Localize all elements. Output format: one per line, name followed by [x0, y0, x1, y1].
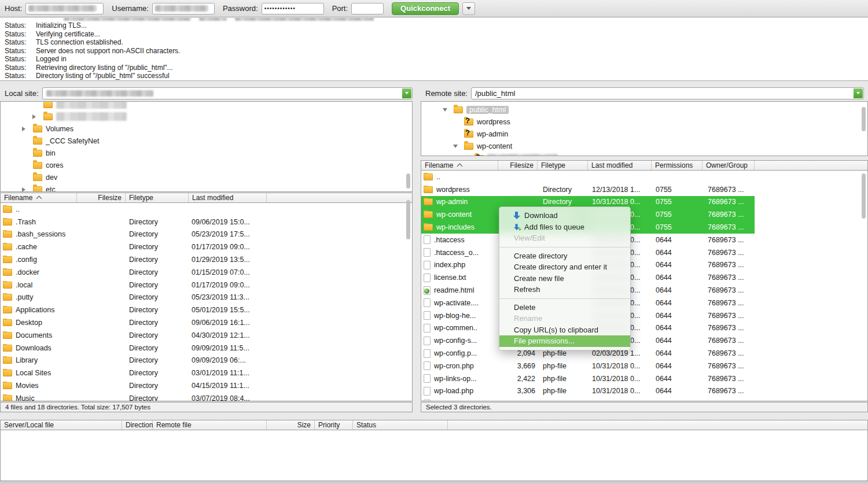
menu-item-create-directory[interactable]: Create directory: [499, 250, 630, 262]
local-file-row-cache[interactable]: .cacheDirectory01/17/2019 09:0...: [1, 241, 412, 253]
menu-item-delete[interactable]: Delete: [499, 302, 630, 313]
remote-file-row-[interactable]: ..: [421, 171, 867, 183]
remote-file-row-wp-content[interactable]: wp-contentDirectory10/31/2018 0...075576…: [421, 208, 867, 221]
column-header-server-local-file[interactable]: Server/Local file: [1, 420, 122, 430]
redacted-log-text: [235, 18, 374, 21]
local-file-row-docker[interactable]: .dockerDirectory01/15/2019 07:0...: [1, 266, 412, 279]
tree-expander-icon[interactable]: [20, 127, 33, 131]
remote-file-row-wp-load-php[interactable]: wp-load.php3,306php-file10/31/2018 0...0…: [421, 385, 867, 398]
menu-item-add-files-to-queue[interactable]: + Add files to queue: [499, 221, 630, 233]
remote-file-row-htaccess[interactable]: .htaccess10/31/2018 0...06447689673 ...: [421, 234, 867, 246]
column-header-remote-file[interactable]: Remote file: [153, 420, 267, 430]
remote-file-row-wp-blog-he[interactable]: wp-blog-he...10/31/2018 0...06447689673 …: [421, 309, 867, 322]
tree-item-public-html[interactable]: public_html: [421, 104, 867, 116]
column-header-filename[interactable]: Filename: [421, 161, 498, 170]
remote-list-scrollbar[interactable]: [862, 173, 866, 219]
local-file-row-trash[interactable]: .TrashDirectory09/06/2019 15:0...: [1, 216, 412, 228]
tree-item[interactable]: [1, 110, 412, 123]
tree-item-wordpress[interactable]: ? wordpress: [421, 116, 867, 128]
local-list-scrollbar[interactable]: [406, 200, 410, 239]
tree-expander-icon[interactable]: [20, 187, 33, 192]
menu-item-create-directory-and-enter-it[interactable]: Create directory and enter it: [499, 261, 630, 273]
column-header-last-modified[interactable]: Last modified: [588, 161, 652, 170]
quickconnect-dropdown-button[interactable]: [462, 2, 475, 15]
column-header-status[interactable]: Status: [353, 420, 448, 430]
menu-item-file-permissions[interactable]: File permissions...: [499, 335, 630, 347]
remote-file-row-wp-activate[interactable]: wp-activate....10/31/2018 0...0644768967…: [421, 297, 867, 309]
tree-item-wp-admin[interactable]: ? wp-admin: [421, 128, 867, 140]
tree-expander-icon[interactable]: [451, 145, 464, 148]
remote-file-row-wp-commen[interactable]: wp-commen..10/31/2018 0...06447689673 ..…: [421, 322, 867, 335]
remote-file-row-wp-links-op[interactable]: wp-links-op...2,422php-file10/31/2018 0.…: [421, 372, 867, 385]
local-file-row-applications[interactable]: ApplicationsDirectory05/01/2019 15:5...: [1, 304, 412, 316]
column-header-direction[interactable]: Direction: [122, 420, 153, 430]
remote-site-dropdown-icon[interactable]: [854, 88, 863, 98]
menu-item-copy-url-s-to-clipboard[interactable]: Copy URL(s) to clipboard: [499, 324, 630, 336]
column-header-permissions[interactable]: Permissions: [652, 161, 703, 170]
remote-file-row-wp-includes[interactable]: wp-includesDirectory10/31/2018 0...07557…: [421, 221, 867, 234]
tree-item-volumes[interactable]: Volumes: [1, 123, 412, 135]
local-file-row-library[interactable]: LibraryDirectory09/09/2019 06:...: [1, 354, 412, 367]
remote-file-row-index-php[interactable]: index.php10/31/2018 0...06447689673 ...: [421, 259, 867, 272]
menu-item-label: Create new file: [514, 274, 564, 283]
tree-expander-icon[interactable]: [441, 108, 454, 112]
remote-file-row-htaccess-o[interactable]: .htaccess_o...10/31/2018 0...06447689673…: [421, 246, 867, 259]
remote-file-row-readme-html[interactable]: readme.html10/31/2018 0...06447689673 ..…: [421, 284, 867, 297]
cell: Directory: [126, 382, 189, 390]
tree-item-dev[interactable]: dev: [1, 171, 412, 183]
menu-item-create-new-file[interactable]: Create new file: [499, 273, 630, 285]
local-file-row-documents[interactable]: DocumentsDirectory04/30/2019 12:1...: [1, 329, 412, 342]
remote-tree-scrollbar[interactable]: [862, 107, 866, 131]
column-header-last-modified[interactable]: Last modified: [189, 193, 267, 202]
cell: 0644: [652, 261, 703, 269]
column-header-filetype[interactable]: Filetype: [538, 161, 588, 170]
menu-item-download[interactable]: Download: [499, 210, 630, 221]
local-file-row-local[interactable]: .localDirectory01/17/2019 09:0...: [1, 279, 412, 291]
column-header-filename[interactable]: Filename: [1, 193, 77, 202]
local-file-row-movies[interactable]: MoviesDirectory04/15/2019 11:1...: [1, 379, 412, 392]
remote-file-row-wp-config-p[interactable]: wp-config.p...2,094php-file02/03/2019 1.…: [421, 347, 867, 360]
cell: 09/09/2019 11:5...: [189, 344, 304, 352]
remote-file-row-wp-admin[interactable]: wp-adminDirectory10/31/2018 0...07557689…: [421, 196, 867, 209]
column-header-size[interactable]: Size: [267, 420, 315, 430]
quickconnect-button[interactable]: Quickconnect: [392, 2, 459, 15]
remote-file-row-wordpress[interactable]: wordpressDirectory12/13/2018 1...0755768…: [421, 183, 867, 196]
column-header-owner-group[interactable]: Owner/Group: [703, 161, 755, 170]
remote-file-row-wp-cron-php[interactable]: wp-cron.php3,669php-file10/31/2018 0...0…: [421, 360, 867, 372]
local-file-row-[interactable]: ..: [1, 203, 412, 216]
column-header-priority[interactable]: Priority: [315, 420, 353, 430]
port-input[interactable]: [351, 3, 384, 14]
local-file-row-config[interactable]: .configDirectory01/29/2019 13:5...: [1, 253, 412, 266]
local-tree-scrollbar[interactable]: [406, 173, 410, 189]
menu-item-refresh[interactable]: Refresh: [499, 284, 630, 295]
remote-site-combobox[interactable]: /public_html: [471, 87, 864, 99]
password-input[interactable]: ••••••••••••: [262, 3, 324, 14]
tree-item[interactable]: [1, 101, 412, 110]
tree-item-wp-content[interactable]: wp-content: [421, 140, 867, 152]
tree-item-ccc-safetynet[interactable]: _CCC SafetyNet: [1, 135, 412, 147]
local-site-combobox[interactable]: [42, 87, 413, 99]
host-input[interactable]: [25, 3, 104, 14]
username-input[interactable]: [152, 3, 215, 14]
tree-item-cores[interactable]: cores: [1, 159, 412, 171]
tree-item-bin[interactable]: bin: [1, 147, 412, 159]
local-file-row-music[interactable]: MusicDirectory03/07/2019 08:4...: [1, 392, 412, 401]
cell: 0644: [652, 312, 703, 320]
local-file-row-desktop[interactable]: DesktopDirectory09/06/2019 16:1...: [1, 316, 412, 329]
column-header-filesize[interactable]: Filesize: [498, 161, 538, 170]
tree-item-etc[interactable]: etc: [1, 183, 412, 192]
remote-file-row-license-txt[interactable]: license.txt10/31/2018 0...06447689673 ..…: [421, 271, 867, 284]
tree-item[interactable]: ?: [421, 152, 867, 156]
cell: 0644: [652, 387, 703, 395]
tree-expander-icon[interactable]: [31, 114, 43, 119]
local-file-row-local-sites[interactable]: Local SitesDirectory03/01/2019 11:1...: [1, 367, 412, 379]
column-header-filetype[interactable]: Filetype: [126, 193, 189, 202]
remote-file-row-wp-config-s[interactable]: wp-config-s...10/31/2018 0...06447689673…: [421, 334, 867, 347]
cell: 0644: [652, 286, 703, 294]
remote-file-row-wp-login-ph[interactable]: wp-login.ph...37,794php-file10/30/2018 1…: [421, 397, 867, 401]
column-header-filesize[interactable]: Filesize: [77, 193, 126, 202]
local-file-row-putty[interactable]: .puttyDirectory05/23/2019 11:3...: [1, 291, 412, 304]
local-site-dropdown-icon[interactable]: [402, 88, 411, 98]
local-file-row-bash-sessions[interactable]: .bash_sessionsDirectory05/23/2019 17:5..…: [1, 228, 412, 241]
local-file-row-downloads[interactable]: DownloadsDirectory09/09/2019 11:5...: [1, 342, 412, 354]
